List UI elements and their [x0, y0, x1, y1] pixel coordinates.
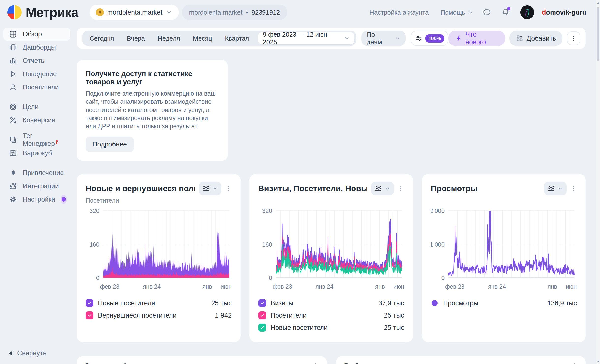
notifications-button[interactable] [500, 7, 511, 18]
period-week[interactable]: Неделя [152, 35, 186, 42]
scroll-down-icon[interactable]: ▼ [596, 360, 600, 363]
avatar[interactable] [520, 5, 534, 19]
svg-text:320: 320 [90, 207, 99, 214]
line-chart-icon [547, 185, 555, 192]
widget-subtitle [431, 197, 577, 206]
sidebar-item-overview[interactable]: Обзор [3, 28, 70, 41]
variocube-icon [9, 149, 17, 157]
metrika-logo[interactable]: Метрика [7, 5, 78, 20]
sidebar-item-label: Привлечение [23, 169, 64, 177]
dashboards-icon [9, 43, 17, 52]
widget-time-on-site: Время на сайте 3 м 15 с [77, 356, 327, 364]
sidebar: Обзор Дашборды Отчеты Поведение Посетите… [0, 25, 74, 364]
svg-text:320: 320 [262, 207, 272, 214]
date-range-picker[interactable]: 9 фев 2023 — 12 июн 2025 [258, 32, 354, 44]
scrollbar-thumb[interactable] [597, 7, 599, 61]
chat-button[interactable] [481, 7, 492, 18]
chevron-down-icon [212, 186, 218, 191]
svg-text:0: 0 [269, 275, 272, 281]
checkbox-checked-icon [258, 299, 266, 307]
toolbar-more-button[interactable] [567, 31, 580, 45]
widget-pageviews: Просмотры 2 0001 0000фев 23янв 24янвиюн … [422, 174, 586, 342]
puzzle-icon [9, 182, 17, 190]
collapse-arrow-icon [9, 351, 12, 356]
widget-menu-button[interactable] [313, 362, 319, 364]
sidebar-item-dashboards[interactable]: Дашборды [3, 41, 70, 54]
legend-item-visitors[interactable]: Посетители 25 тыс [258, 309, 404, 321]
sidebar-item-integrations[interactable]: Интеграции [3, 179, 70, 193]
sidebar-item-reports[interactable]: Отчеты [3, 54, 70, 67]
chart-type-select[interactable] [371, 182, 394, 195]
bottom-widgets-row: Время на сайте 3 м 15 с Глубина просмотр… [77, 356, 586, 364]
tag-manager-icon [9, 136, 17, 144]
promo-details-button[interactable]: Подробнее [86, 137, 134, 152]
chevron-down-icon [468, 9, 474, 15]
promo-title: Получите доступ к статистике товаров и у… [86, 70, 219, 86]
sidebar-item-behavior[interactable]: Поведение [3, 67, 70, 81]
username[interactable]: domovik-guru [542, 9, 586, 16]
sampling-settings-button[interactable]: 100% [411, 31, 448, 46]
chart-type-select[interactable] [544, 182, 567, 195]
pageviews-chart: 2 0001 0000фев 23янв 24янвиюн [431, 207, 577, 291]
legend-item-new-visitors[interactable]: Новые посетители 25 тыс [258, 321, 404, 334]
sliders-icon [415, 35, 422, 42]
page-scrollbar[interactable]: ▲ ▼ [596, 0, 600, 364]
sidebar-item-label: Посетители [23, 84, 59, 91]
checkbox-checked-icon [86, 311, 93, 319]
widget-menu-button[interactable] [398, 185, 404, 192]
widget-title: Время на сайте [85, 362, 134, 364]
legend-item-pageviews[interactable]: Просмотры 136,9 тыс [431, 297, 577, 309]
account-settings-link[interactable]: Настройка аккаунта [369, 9, 429, 16]
collapse-sidebar-button[interactable]: Свернуть [9, 349, 46, 357]
sidebar-item-conversions[interactable]: Конверсии [3, 114, 70, 127]
widget-subtitle: Посетители [86, 197, 232, 206]
target-icon [9, 103, 17, 111]
sidebar-item-acquisition[interactable]: Привлечение [3, 166, 70, 179]
legend-item-returning-visitors[interactable]: Вернувшиеся посетители 1 942 [86, 309, 232, 321]
new-returning-users-chart: 3201600фев 23янв 24янвиюн [86, 207, 232, 291]
svg-text:янв: янв [375, 283, 385, 290]
flame-icon [9, 169, 17, 177]
svg-text:0: 0 [441, 275, 445, 281]
period-yesterday[interactable]: Вчера [121, 35, 151, 42]
metrika-logo-icon [7, 5, 22, 19]
svg-text:июн: июн [566, 283, 577, 290]
sidebar-item-variocube[interactable]: Вариокуб [3, 146, 70, 160]
granularity-select[interactable]: По дням [361, 31, 406, 46]
sidebar-item-visitors[interactable]: Посетители [3, 81, 70, 94]
sidebar-item-goals[interactable]: Цели [3, 100, 70, 114]
widget-title: Новые и вернувшиеся польз... [86, 184, 195, 193]
chart-type-select[interactable] [199, 182, 221, 195]
whats-new-button[interactable]: Что нового [448, 31, 505, 46]
topbar: Метрика mordolenta.market mordolenta.mar… [0, 0, 600, 25]
widget-new-returning-users: Новые и вернувшиеся польз... Посетители … [77, 174, 241, 342]
legend-item-new-visitors[interactable]: Новые посетители 25 тыс [86, 297, 232, 309]
svg-text:фев 23: фев 23 [100, 283, 119, 290]
whats-new-label: Что нового [465, 31, 498, 46]
chevron-down-icon [395, 35, 400, 41]
period-month[interactable]: Месяц [187, 35, 218, 42]
legend-item-visits[interactable]: Визиты 37,9 тыс [258, 297, 404, 309]
widget-menu-button[interactable] [571, 362, 577, 364]
counter-selector[interactable]: mordolenta.market [90, 5, 179, 20]
legend: Новые посетители 25 тыс Вернувшиеся посе… [86, 297, 232, 321]
sidebar-item-tag-manager[interactable]: Тег Менеджерβ [3, 133, 70, 146]
help-menu[interactable]: Помощь [441, 9, 474, 16]
play-icon [9, 70, 17, 78]
sidebar-item-settings[interactable]: Настройки [3, 193, 70, 206]
sidebar-item-label: Отчеты [23, 57, 46, 65]
notification-dot [507, 7, 510, 10]
breadcrumb-site: mordolenta.market [189, 9, 243, 16]
add-widget-button[interactable]: Добавить [509, 31, 562, 46]
scroll-up-icon[interactable]: ▲ [596, 1, 600, 4]
svg-text:160: 160 [262, 241, 272, 248]
widget-menu-button[interactable] [570, 185, 577, 192]
period-quarter[interactable]: Квартал [219, 35, 255, 42]
logo-text: Метрика [26, 5, 78, 20]
percent-icon [9, 116, 17, 124]
period-today[interactable]: Сегодня [84, 35, 120, 42]
widget-menu-button[interactable] [225, 185, 232, 192]
settings-notification-dot [61, 195, 67, 204]
svg-text:янв: янв [202, 283, 212, 290]
widget-title: Просмотры [431, 184, 540, 193]
